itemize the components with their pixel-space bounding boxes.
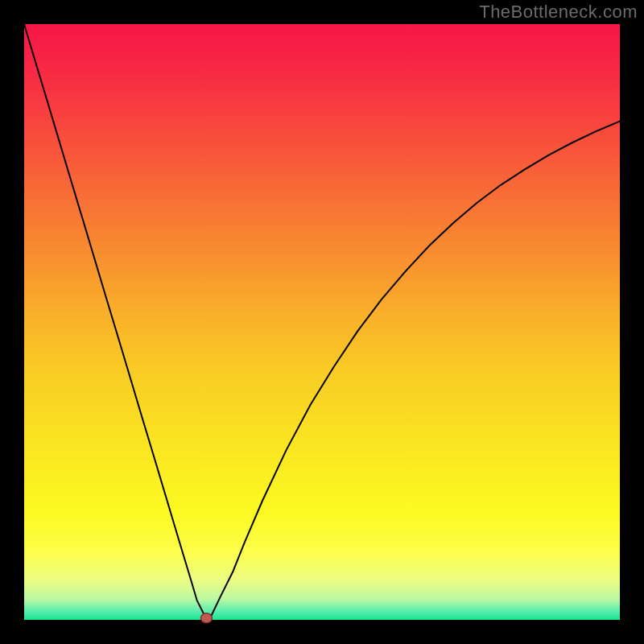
minimum-marker (200, 613, 212, 623)
watermark-text: TheBottleneck.com (479, 2, 638, 23)
chart-svg (0, 0, 644, 644)
chart-container: TheBottleneck.com (0, 0, 644, 644)
